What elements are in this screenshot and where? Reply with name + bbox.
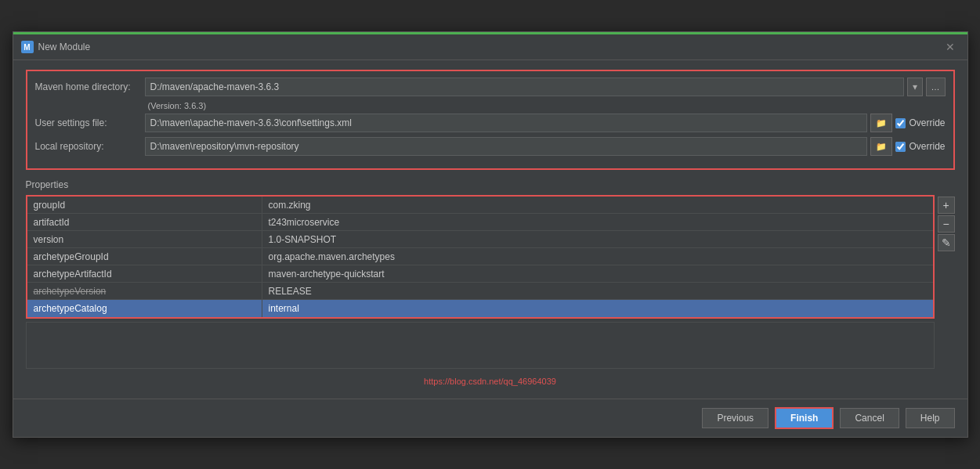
properties-body: groupIdcom.zkingartifactIdt243microservi… — [27, 197, 933, 317]
prop-key: archetypeGroupId — [27, 248, 262, 265]
local-repo-row: Local repository: 📁 Override — [35, 137, 946, 156]
help-button[interactable]: Help — [906, 408, 955, 428]
maven-home-input-wrap: ▾ … — [145, 78, 946, 96]
prop-key: artifactId — [27, 214, 262, 230]
table-row[interactable]: archetypeCataloginternal — [27, 300, 933, 317]
maven-home-row: Maven home directory: ▾ … — [35, 78, 946, 96]
local-repo-input-wrap: 📁 Override — [145, 137, 946, 156]
side-buttons: + − ✎ — [938, 195, 955, 251]
maven-home-input[interactable] — [145, 78, 904, 96]
app-icon: M — [21, 41, 34, 53]
dialog-content: Maven home directory: ▾ … (Version: 3.6.… — [13, 60, 967, 399]
cancel-button[interactable]: Cancel — [840, 408, 899, 428]
add-property-btn[interactable]: + — [938, 197, 955, 214]
title-bar-left: M New Module — [21, 41, 91, 53]
previous-button[interactable]: Previous — [702, 408, 768, 428]
prop-val: com.zking — [262, 197, 933, 213]
table-row[interactable]: groupIdcom.zking — [27, 197, 933, 214]
local-repo-label: Local repository: — [35, 141, 145, 152]
maven-home-label: Maven home directory: — [35, 81, 145, 92]
prop-key: version — [27, 231, 262, 247]
properties-table-container: groupIdcom.zkingartifactIdt243microservi… — [26, 195, 935, 375]
maven-version-text: (Version: 3.6.3) — [148, 101, 946, 110]
user-settings-browse-btn[interactable]: 📁 — [870, 114, 892, 132]
prop-key: archetypeArtifactId — [27, 265, 262, 282]
dialog-footer: Previous Finish Cancel Help — [13, 399, 967, 437]
table-row[interactable]: archetypeGroupIdorg.apache.maven.archety… — [27, 248, 933, 265]
override1-checkbox[interactable] — [895, 118, 906, 128]
user-settings-row: User settings file: 📁 Override — [35, 114, 946, 132]
prop-val: internal — [262, 300, 933, 317]
prop-val: t243microservice — [262, 214, 933, 230]
watermark-text: https://blog.csdn.net/qq_46964039 — [26, 375, 955, 389]
properties-table: groupIdcom.zkingartifactIdt243microservi… — [26, 195, 935, 319]
remove-property-btn[interactable]: − — [938, 215, 955, 233]
dialog-title: New Module — [38, 41, 91, 52]
maven-section: Maven home directory: ▾ … (Version: 3.6.… — [26, 70, 955, 170]
override2-checkbox[interactable] — [895, 142, 906, 152]
properties-section-title: Properties — [26, 179, 955, 190]
user-settings-input[interactable] — [145, 114, 868, 132]
prop-val: org.apache.maven.archetypes — [262, 248, 933, 265]
override2-label: Override — [895, 141, 945, 152]
user-settings-label: User settings file: — [35, 117, 145, 128]
override1-label: Override — [895, 117, 945, 128]
table-row[interactable]: archetypeArtifactIdmaven-archetype-quick… — [27, 265, 933, 283]
maven-home-browse-btn[interactable]: … — [926, 78, 946, 96]
user-settings-input-wrap: 📁 Override — [145, 114, 946, 132]
prop-val: 1.0-SNAPSHOT — [262, 231, 933, 247]
prop-key: archetypeVersion — [27, 283, 262, 299]
close-button[interactable]: ✕ — [941, 39, 960, 55]
prop-key: archetypeCatalog — [27, 300, 262, 317]
properties-outer: groupIdcom.zkingartifactIdt243microservi… — [26, 195, 955, 375]
title-bar: M New Module ✕ — [13, 34, 967, 60]
prop-val: RELEASE — [262, 283, 933, 299]
table-row[interactable]: artifactIdt243microservice — [27, 214, 933, 231]
prop-key: groupId — [27, 197, 262, 213]
finish-button[interactable]: Finish — [775, 407, 834, 429]
properties-empty-area — [26, 322, 935, 369]
local-repo-browse-btn[interactable]: 📁 — [870, 137, 892, 156]
table-row[interactable]: version1.0-SNAPSHOT — [27, 231, 933, 248]
local-repo-input[interactable] — [145, 137, 868, 156]
edit-property-btn[interactable]: ✎ — [938, 234, 955, 251]
prop-val: maven-archetype-quickstart — [262, 265, 933, 282]
table-row[interactable]: archetypeVersionRELEASE — [27, 283, 933, 300]
new-module-dialog: M New Module ✕ Maven home directory: ▾ …… — [13, 31, 968, 438]
maven-home-dropdown[interactable]: ▾ — [907, 78, 923, 96]
